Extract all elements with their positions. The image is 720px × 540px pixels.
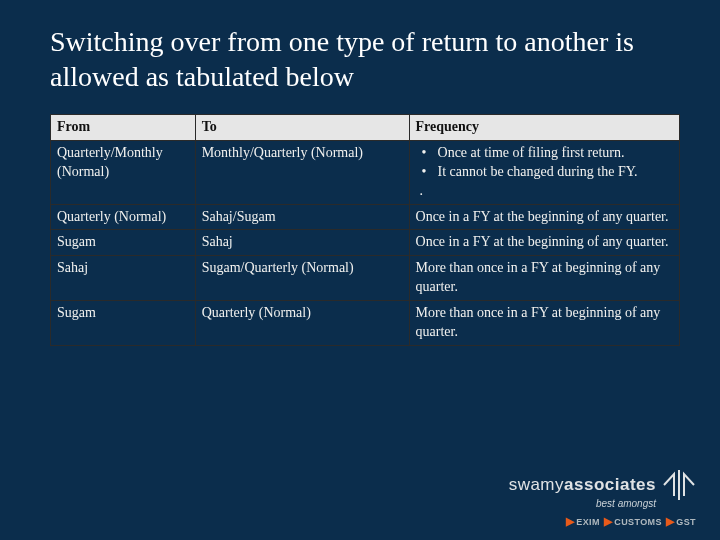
cell-to: Sahaj bbox=[195, 230, 409, 256]
cell-from: Sugam bbox=[51, 301, 196, 346]
table-row: Quarterly (Normal) Sahaj/Sugam Once in a… bbox=[51, 204, 680, 230]
chevron-right-icon: ▶ bbox=[604, 515, 612, 528]
col-from: From bbox=[51, 115, 196, 141]
cell-to: Quarterly (Normal) bbox=[195, 301, 409, 346]
slide: Switching over from one type of return t… bbox=[0, 0, 720, 346]
table-row: Sugam Quarterly (Normal) More than once … bbox=[51, 301, 680, 346]
cell-to: Sugam/Quarterly (Normal) bbox=[195, 256, 409, 301]
cell-frequency: More than once in a FY at beginning of a… bbox=[409, 256, 679, 301]
cell-from: Sahaj bbox=[51, 256, 196, 301]
slide-title: Switching over from one type of return t… bbox=[50, 24, 680, 94]
cell-from: Sugam bbox=[51, 230, 196, 256]
pillar-item: ▶CUSTOMS bbox=[604, 515, 662, 528]
switch-table: From To Frequency Quarterly/Monthly (Nor… bbox=[50, 114, 680, 346]
freq-bullet: It cannot be changed during the FY. bbox=[420, 163, 673, 182]
cell-frequency: Once in a FY at the beginning of any qua… bbox=[409, 230, 679, 256]
col-to: To bbox=[195, 115, 409, 141]
cell-from: Quarterly (Normal) bbox=[51, 204, 196, 230]
brand-block: swamyassociates best amongst ▶EXIM ▶CUST… bbox=[509, 470, 696, 528]
pillar-item: ▶EXIM bbox=[566, 515, 600, 528]
table-header-row: From To Frequency bbox=[51, 115, 680, 141]
table-row: Sahaj Sugam/Quarterly (Normal) More than… bbox=[51, 256, 680, 301]
pillar-item: ▶GST bbox=[666, 515, 696, 528]
col-frequency: Frequency bbox=[409, 115, 679, 141]
brand-name: swamyassociates bbox=[509, 475, 656, 495]
table-row: Quarterly/Monthly (Normal) Monthly/Quart… bbox=[51, 140, 680, 204]
brand-pillars: ▶EXIM ▶CUSTOMS ▶GST bbox=[509, 515, 696, 528]
cell-to: Sahaj/Sugam bbox=[195, 204, 409, 230]
cell-frequency: More than once in a FY at beginning of a… bbox=[409, 301, 679, 346]
table-row: Sugam Sahaj Once in a FY at the beginnin… bbox=[51, 230, 680, 256]
chevron-right-icon: ▶ bbox=[566, 515, 574, 528]
freq-suffix: . bbox=[416, 182, 673, 201]
cell-frequency: Once in a FY at the beginning of any qua… bbox=[409, 204, 679, 230]
cell-from: Quarterly/Monthly (Normal) bbox=[51, 140, 196, 204]
chevron-right-icon: ▶ bbox=[666, 515, 674, 528]
cell-to: Monthly/Quarterly (Normal) bbox=[195, 140, 409, 204]
freq-bullet: Once at time of filing first return. bbox=[420, 144, 673, 163]
cell-frequency: Once at time of filing first return. It … bbox=[409, 140, 679, 204]
brand-logo-icon bbox=[662, 470, 696, 500]
